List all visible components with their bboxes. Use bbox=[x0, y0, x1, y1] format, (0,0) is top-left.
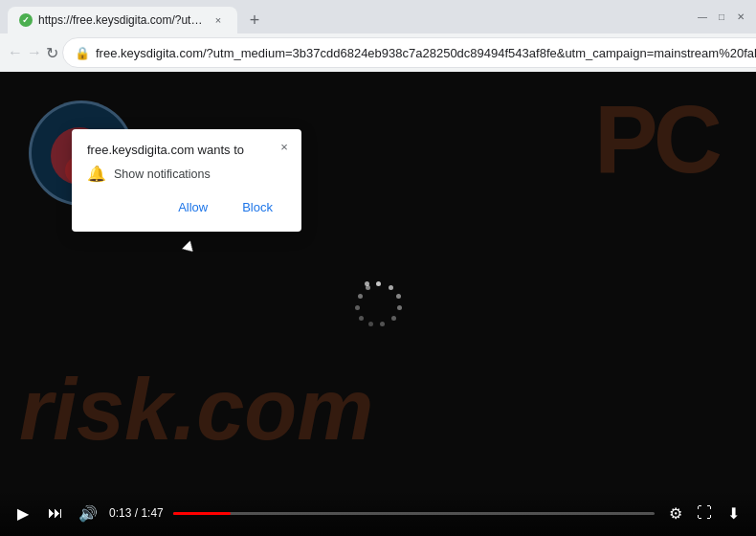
loading-spinner bbox=[355, 281, 401, 327]
maximize-button[interactable]: □ bbox=[714, 10, 729, 25]
video-controls: ▶ ⏭ 🔊 0:13 / 1:47 ⚙ ⛶ ⬇ bbox=[0, 490, 756, 536]
download-button[interactable]: ⬇ bbox=[722, 502, 745, 525]
watermark-risk: risk.com bbox=[19, 361, 373, 459]
popup-message: Show notifications bbox=[114, 168, 211, 181]
reload-button[interactable]: ↻ bbox=[46, 37, 58, 68]
tab-favicon bbox=[19, 13, 33, 27]
play-button[interactable]: ▶ bbox=[11, 502, 34, 525]
tab-bar: https://free.keysdigita.com/?utm... × + bbox=[8, 0, 683, 34]
active-tab[interactable]: https://free.keysdigita.com/?utm... × bbox=[8, 7, 237, 34]
spinner-dots bbox=[355, 281, 401, 327]
back-button[interactable]: ← bbox=[8, 37, 23, 68]
skip-button[interactable]: ⏭ bbox=[44, 502, 67, 525]
tab-title: https://free.keysdigita.com/?utm... bbox=[38, 13, 205, 27]
mouse-cursor bbox=[184, 239, 195, 249]
title-bar: https://free.keysdigita.com/?utm... × + … bbox=[0, 0, 756, 34]
popup-close-button[interactable]: × bbox=[275, 137, 294, 156]
popup-buttons: Allow Block bbox=[87, 194, 286, 220]
forward-button[interactable]: → bbox=[27, 37, 42, 68]
bell-icon: 🔔 bbox=[87, 165, 106, 183]
progress-fill bbox=[173, 512, 231, 515]
allow-button[interactable]: Allow bbox=[165, 194, 221, 220]
new-tab-button[interactable]: + bbox=[241, 7, 268, 34]
watermark-pc: PC bbox=[594, 91, 718, 187]
address-text: free.keysdigita.com/?utm_medium=3b37cdd6… bbox=[96, 46, 756, 60]
video-container: PC risk.com ▶ bbox=[0, 72, 756, 536]
popup-notification-row: 🔔 Show notifications bbox=[87, 165, 286, 183]
settings-button[interactable]: ⚙ bbox=[664, 502, 687, 525]
right-controls: ⚙ ⛶ ⬇ bbox=[664, 502, 745, 525]
minimize-button[interactable]: — bbox=[695, 10, 710, 25]
close-button[interactable]: ✕ bbox=[733, 10, 748, 25]
progress-bar[interactable] bbox=[173, 512, 655, 515]
popup-title: free.keysdigita.com wants to bbox=[87, 143, 286, 157]
notification-popup: × free.keysdigita.com wants to 🔔 Show no… bbox=[72, 129, 301, 232]
block-button[interactable]: Block bbox=[229, 194, 286, 220]
lock-icon: 🔒 bbox=[75, 46, 90, 60]
time-display: 0:13 / 1:47 bbox=[109, 506, 164, 520]
fullscreen-button[interactable]: ⛶ bbox=[693, 502, 716, 525]
nav-bar: ← → ↻ 🔒 free.keysdigita.com/?utm_medium=… bbox=[0, 34, 756, 72]
tab-close-button[interactable]: × bbox=[211, 12, 226, 28]
volume-button[interactable]: 🔊 bbox=[77, 502, 100, 525]
window-controls: — □ ✕ bbox=[695, 10, 748, 25]
browser-frame: https://free.keysdigita.com/?utm... × + … bbox=[0, 0, 756, 536]
address-bar[interactable]: 🔒 free.keysdigita.com/?utm_medium=3b37cd… bbox=[62, 37, 756, 68]
